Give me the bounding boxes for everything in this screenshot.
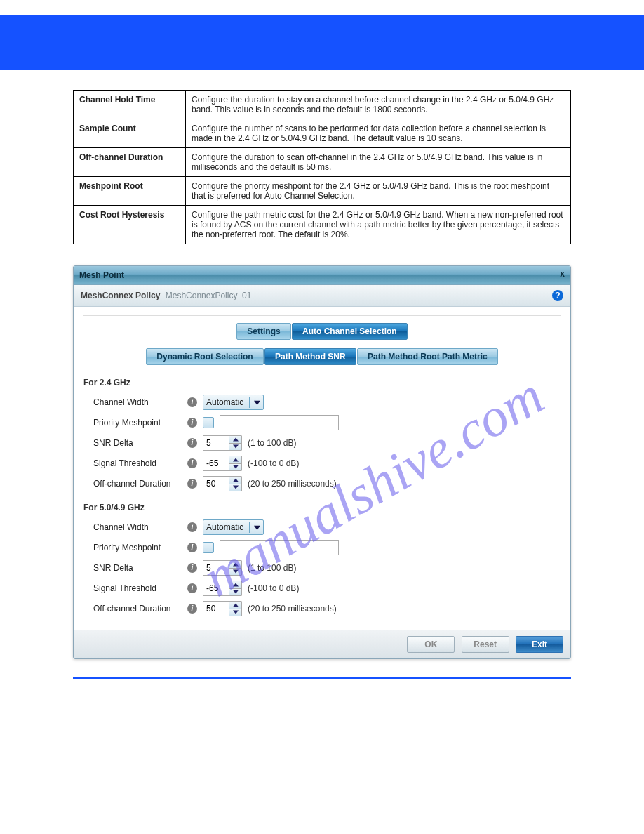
row-channel-width-50: Channel Width i Automatic bbox=[93, 518, 561, 536]
footer-divider bbox=[73, 677, 571, 679]
def-desc: Configure the number of scans to be perf… bbox=[186, 119, 571, 148]
snr-delta-input-50[interactable] bbox=[203, 561, 229, 575]
label-channel-width: Channel Width bbox=[93, 522, 187, 532]
svg-marker-7 bbox=[254, 525, 260, 529]
row-off-channel-duration-24: Off-channel Duration i (20 to 250 millis… bbox=[93, 475, 561, 493]
stepper-up-icon[interactable] bbox=[229, 602, 241, 609]
label-priority-meshpoint: Priority Meshpoint bbox=[93, 543, 187, 552]
ok-button[interactable]: OK bbox=[407, 636, 455, 653]
table-row: Off-channel Duration Configure the durat… bbox=[74, 148, 571, 177]
row-off-channel-duration-50: Off-channel Duration i (20 to 250 millis… bbox=[93, 600, 561, 618]
tab-settings[interactable]: Settings bbox=[236, 323, 290, 340]
table-row: Channel Hold Time Configure the duration… bbox=[74, 91, 571, 119]
priority-meshpoint-checkbox-24[interactable] bbox=[203, 417, 214, 428]
dialog-body: Settings Auto Channel Selection Dynamic … bbox=[74, 307, 570, 630]
policy-name: MeshConnexPolicy_01 bbox=[166, 291, 252, 300]
section-5ghz: For 5.0/4.9 GHz bbox=[83, 503, 561, 512]
svg-marker-3 bbox=[233, 458, 239, 461]
label-signal-threshold: Signal Threshold bbox=[93, 458, 187, 468]
info-icon[interactable]: i bbox=[187, 458, 197, 468]
snr-delta-stepper-24[interactable] bbox=[203, 435, 242, 451]
off-channel-duration-hint: (20 to 250 milliseconds) bbox=[248, 604, 337, 614]
snr-delta-input-24[interactable] bbox=[203, 436, 229, 450]
svg-marker-11 bbox=[233, 590, 239, 594]
off-channel-duration-input-50[interactable] bbox=[203, 602, 229, 616]
stepper-up-icon[interactable] bbox=[229, 561, 241, 569]
tab-dynamic-root-selection[interactable]: Dynamic Root Selection bbox=[146, 348, 263, 365]
signal-threshold-hint: (-100 to 0 dB) bbox=[248, 583, 299, 593]
def-desc: Configure the path metric cost for the 2… bbox=[186, 206, 571, 244]
info-icon[interactable]: i bbox=[187, 604, 197, 614]
mesh-point-dialog: Mesh Point x MeshConnex Policy MeshConne… bbox=[73, 265, 571, 659]
info-icon[interactable]: i bbox=[187, 438, 197, 448]
table-row: Sample Count Configure the number of sca… bbox=[74, 119, 571, 148]
off-channel-duration-input-24[interactable] bbox=[203, 477, 229, 491]
table-row: Cost Root Hysteresis Configure the path … bbox=[74, 206, 571, 244]
svg-marker-10 bbox=[233, 583, 239, 586]
policy-label: MeshConnex Policy bbox=[81, 291, 160, 300]
stepper-down-icon[interactable] bbox=[229, 569, 241, 576]
def-term: Meshpoint Root bbox=[74, 177, 186, 206]
reset-button[interactable]: Reset bbox=[462, 636, 509, 653]
info-icon[interactable]: i bbox=[187, 563, 197, 573]
label-priority-meshpoint: Priority Meshpoint bbox=[93, 418, 187, 428]
priority-meshpoint-input-24[interactable] bbox=[220, 415, 339, 430]
off-channel-duration-stepper-24[interactable] bbox=[203, 476, 242, 491]
def-desc: Configure the duration to scan off-chann… bbox=[186, 148, 571, 177]
dialog-subheader: MeshConnex Policy MeshConnexPolicy_01 ? bbox=[74, 285, 570, 307]
signal-threshold-hint: (-100 to 0 dB) bbox=[248, 458, 299, 468]
snr-delta-hint: (1 to 100 dB) bbox=[248, 563, 296, 573]
info-icon[interactable]: i bbox=[187, 479, 197, 489]
snr-delta-stepper-50[interactable] bbox=[203, 560, 242, 576]
dialog-title-bar: Mesh Point x bbox=[74, 266, 570, 285]
dialog-button-row: OK Reset Exit bbox=[74, 630, 570, 658]
tab-row-top: Settings Auto Channel Selection bbox=[83, 323, 561, 340]
table-row: Meshpoint Root Configure the priority me… bbox=[74, 177, 571, 206]
stepper-down-icon[interactable] bbox=[229, 609, 241, 616]
def-desc: Configure the priority meshpoint for the… bbox=[186, 177, 571, 206]
signal-threshold-input-50[interactable] bbox=[203, 581, 229, 595]
row-signal-threshold-50: Signal Threshold i (-100 to 0 dB) bbox=[93, 579, 561, 597]
stepper-down-icon[interactable] bbox=[229, 484, 241, 491]
row-signal-threshold-24: Signal Threshold i (-100 to 0 dB) bbox=[93, 454, 561, 472]
info-icon[interactable]: i bbox=[187, 522, 197, 532]
off-channel-duration-stepper-50[interactable] bbox=[203, 601, 242, 616]
stepper-up-icon[interactable] bbox=[229, 581, 241, 589]
svg-marker-9 bbox=[233, 570, 239, 574]
svg-marker-12 bbox=[233, 603, 239, 607]
tab-path-method-snr[interactable]: Path Method SNR bbox=[264, 348, 356, 365]
section-2-4ghz: For 2.4 GHz bbox=[83, 378, 561, 388]
stepper-down-icon[interactable] bbox=[229, 464, 241, 471]
stepper-up-icon[interactable] bbox=[229, 477, 241, 484]
info-icon[interactable]: i bbox=[187, 418, 197, 428]
def-term: Sample Count bbox=[74, 119, 186, 148]
select-value: Automatic bbox=[206, 522, 243, 532]
channel-width-select-24[interactable]: Automatic bbox=[203, 395, 264, 410]
tab-auto-channel-selection[interactable]: Auto Channel Selection bbox=[292, 323, 408, 340]
svg-marker-1 bbox=[233, 437, 239, 441]
row-channel-width-24: Channel Width i Automatic bbox=[93, 393, 561, 411]
divider bbox=[83, 315, 561, 316]
info-icon[interactable]: i bbox=[187, 583, 197, 593]
stepper-up-icon[interactable] bbox=[229, 456, 241, 464]
info-icon[interactable]: i bbox=[187, 543, 197, 552]
row-priority-meshpoint-24: Priority Meshpoint i bbox=[93, 413, 561, 432]
signal-threshold-stepper-50[interactable] bbox=[203, 581, 242, 596]
info-icon[interactable]: i bbox=[187, 397, 197, 407]
row-snr-delta-24: SNR Delta i (1 to 100 dB) bbox=[93, 434, 561, 452]
row-priority-meshpoint-50: Priority Meshpoint i bbox=[93, 538, 561, 557]
priority-meshpoint-checkbox-50[interactable] bbox=[203, 542, 214, 553]
signal-threshold-stepper-24[interactable] bbox=[203, 456, 242, 471]
stepper-down-icon[interactable] bbox=[229, 444, 241, 451]
priority-meshpoint-input-50[interactable] bbox=[220, 540, 339, 555]
stepper-down-icon[interactable] bbox=[229, 589, 241, 596]
signal-threshold-input-24[interactable] bbox=[203, 456, 229, 470]
close-icon[interactable]: x bbox=[560, 269, 565, 279]
stepper-up-icon[interactable] bbox=[229, 436, 241, 444]
label-signal-threshold: Signal Threshold bbox=[93, 583, 187, 593]
exit-button[interactable]: Exit bbox=[516, 636, 563, 653]
label-off-channel-duration: Off-channel Duration bbox=[93, 604, 187, 614]
channel-width-select-50[interactable]: Automatic bbox=[203, 519, 264, 535]
tab-path-method-root-path-metric[interactable]: Path Method Root Path Metric bbox=[357, 348, 498, 365]
help-icon[interactable]: ? bbox=[552, 290, 563, 301]
